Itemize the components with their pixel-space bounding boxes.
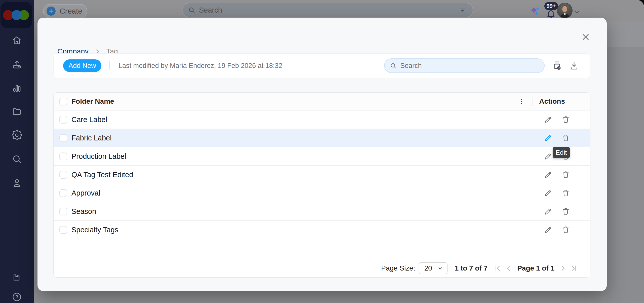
row-actions	[543, 221, 590, 239]
row-label: Season	[71, 207, 96, 216]
edit-pencil-icon[interactable]	[543, 206, 554, 217]
factory-icon	[12, 272, 22, 282]
row-checkbox[interactable]	[59, 189, 67, 197]
home-icon	[12, 35, 22, 46]
avatar[interactable]	[557, 3, 572, 18]
last-page-icon[interactable]	[569, 263, 580, 274]
row-checkbox[interactable]	[59, 153, 67, 160]
gear-icon	[12, 130, 22, 140]
user-icon	[12, 178, 22, 188]
delete-trash-icon[interactable]	[560, 132, 571, 143]
next-page-icon[interactable]	[557, 263, 569, 274]
row-checkbox[interactable]	[59, 116, 67, 124]
add-new-button[interactable]: Add New	[63, 59, 101, 72]
chevron-down-icon[interactable]	[573, 8, 581, 16]
row-actions	[543, 166, 590, 184]
header-divider	[533, 97, 533, 106]
page-size-value: 20	[424, 264, 432, 272]
tag-management-modal: Company Tag Add New Last modified by Mar…	[37, 18, 607, 291]
first-page-icon[interactable]	[492, 263, 503, 274]
sidebar-item-search[interactable]	[0, 154, 34, 164]
folder-icon	[12, 106, 22, 117]
table-row[interactable]: Approval	[54, 184, 590, 202]
row-actions	[543, 184, 590, 202]
row-checkbox[interactable]	[59, 226, 67, 234]
sidebar-item-users[interactable]	[0, 178, 34, 188]
sparkles-icon[interactable]	[529, 6, 541, 17]
delete-trash-icon[interactable]	[560, 169, 571, 180]
table-row[interactable]: Care Label	[54, 110, 590, 129]
select-all-checkbox[interactable]	[59, 98, 67, 105]
close-button[interactable]	[578, 29, 593, 45]
edit-pencil-icon[interactable]	[543, 114, 554, 125]
search-icon	[12, 154, 22, 164]
row-checkbox[interactable]	[59, 134, 67, 142]
table-rows: Care LabelFabric LabelProduction LabelQA…	[54, 110, 590, 239]
edit-pencil-icon[interactable]	[543, 132, 554, 143]
global-search-input[interactable]: Search	[182, 3, 473, 17]
row-label: Fabric Label	[71, 134, 112, 142]
bar-chart-icon	[12, 83, 22, 93]
global-search-placeholder: Search	[199, 6, 460, 14]
three-circles-logo	[1, 2, 32, 28]
pagination-range: 1 to 7 of 7	[455, 264, 488, 272]
edit-pencil-icon[interactable]	[543, 151, 554, 162]
sidebar-item-home[interactable]	[0, 35, 34, 45]
pagination-page: Page 1 of 1	[517, 264, 554, 272]
page-background-upper	[607, 21, 644, 47]
kebab-menu-icon[interactable]	[516, 96, 527, 106]
filter-sort-icon[interactable]	[460, 6, 467, 14]
row-label: QA Tag Test Edited	[71, 171, 133, 179]
create-button-label: Create	[60, 7, 82, 15]
sidebar-item-folders[interactable]	[0, 106, 34, 117]
edit-pencil-icon[interactable]	[543, 169, 554, 180]
delete-trash-icon[interactable]	[560, 114, 571, 125]
row-label: Production Label	[71, 152, 126, 161]
row-checkbox[interactable]	[59, 171, 67, 179]
sidebar-item-analytics[interactable]	[0, 83, 34, 93]
row-label: Specialty Tags	[71, 226, 118, 234]
table-row[interactable]: Season	[54, 202, 590, 221]
table-row[interactable]: Fabric Label	[54, 129, 590, 147]
download-icon[interactable]	[567, 59, 581, 72]
page-size-select[interactable]: 20	[419, 262, 448, 274]
screen-corner	[637, 0, 644, 7]
sidebar-item-settings[interactable]	[0, 130, 34, 140]
chevron-down-icon	[437, 265, 444, 272]
help-icon	[12, 292, 22, 302]
tags-table: Folder Name Actions Care LabelFabric Lab…	[53, 92, 590, 278]
notification-badge: 99+	[544, 2, 558, 10]
close-icon	[581, 32, 590, 42]
tag-search-input[interactable]	[400, 62, 532, 70]
pagination-bar: Page Size: 20 1 to 7 of 7 Page 1 of 1	[54, 259, 590, 277]
sidebar-divider	[7, 266, 27, 266]
table-row[interactable]: Production Label	[54, 147, 590, 166]
delete-trash-icon[interactable]	[560, 187, 571, 199]
edit-pencil-icon[interactable]	[543, 187, 554, 199]
search-icon	[188, 6, 195, 14]
row-actions	[543, 110, 590, 129]
delete-trash-icon[interactable]	[560, 206, 571, 217]
sidebar-item-upload[interactable]	[0, 59, 34, 69]
user-card-icon[interactable]	[550, 59, 564, 72]
edit-tooltip: Edit	[553, 147, 570, 158]
upload-icon	[12, 59, 22, 69]
prev-page-icon[interactable]	[503, 263, 514, 274]
search-icon	[390, 62, 397, 69]
column-header-actions: Actions	[539, 97, 565, 105]
create-button[interactable]: Create	[43, 4, 87, 18]
toolbar: Add New Last modified by Maria Enderez, …	[53, 53, 590, 78]
last-modified-text: Last modified by Maria Enderez, 19 Feb 2…	[118, 62, 282, 70]
table-row[interactable]: QA Tag Test Edited	[54, 166, 590, 184]
row-label: Approval	[71, 189, 100, 197]
page-background-lower	[607, 47, 644, 303]
sidebar-item-factory[interactable]	[0, 272, 34, 282]
table-row[interactable]: Specialty Tags	[54, 221, 590, 239]
row-actions	[543, 202, 590, 220]
tag-search-field[interactable]	[384, 58, 545, 73]
delete-trash-icon[interactable]	[560, 224, 571, 235]
row-checkbox[interactable]	[59, 208, 67, 215]
edit-pencil-icon[interactable]	[543, 224, 554, 235]
row-actions	[543, 129, 590, 147]
sidebar-item-help[interactable]	[0, 292, 34, 302]
